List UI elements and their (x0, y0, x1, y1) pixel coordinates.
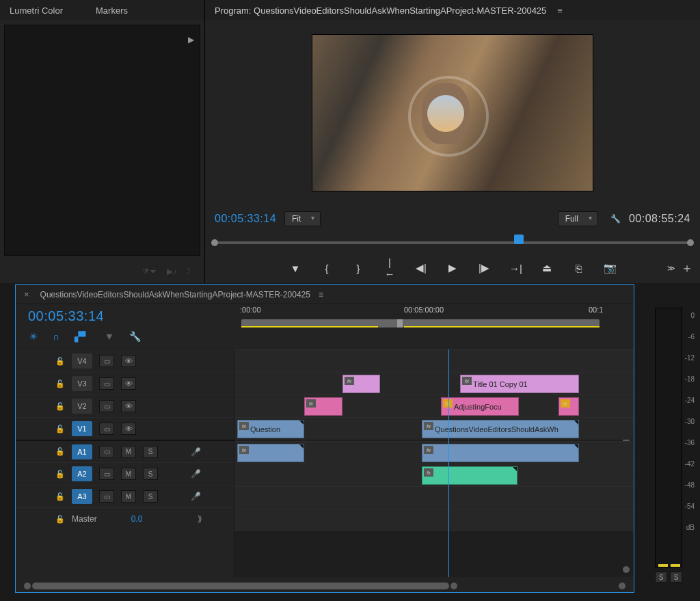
mute-icon[interactable] (121, 446, 136, 458)
mark-in-icon[interactable]: ▼ (289, 263, 301, 274)
bracket-out-icon[interactable]: } (352, 263, 364, 274)
go-to-out-icon[interactable]: →| (509, 263, 522, 274)
clip-a2[interactable]: fx (422, 466, 517, 485)
solo-left-icon[interactable]: S (655, 572, 667, 583)
linked-selection-icon[interactable]: ▞▘ (75, 331, 90, 342)
marker-icon[interactable]: ▼ (105, 331, 114, 342)
voice-record-icon[interactable]: 🎤 (191, 492, 201, 501)
voice-record-icon[interactable]: 🎤 (191, 469, 201, 479)
resolution-dropdown[interactable]: Full (558, 211, 598, 226)
lock-icon[interactable]: 🔓 (55, 470, 65, 479)
more-icon[interactable]: ≫ (667, 264, 675, 273)
sync-lock-icon[interactable] (99, 468, 114, 480)
expand-track-icon[interactable]: ⟫ (198, 514, 202, 524)
settings-icon[interactable]: 🔧 (610, 214, 621, 224)
mute-icon[interactable] (121, 490, 136, 503)
track-header-v3[interactable]: 🔓 V3 (16, 372, 234, 395)
lock-icon[interactable]: 🔓 (55, 402, 65, 411)
track-header-a2[interactable]: 🔓 A2 🎤 (16, 462, 234, 485)
track-header-a1[interactable]: 🔓 A1 🎤 (16, 440, 234, 462)
track-header-a3[interactable]: 🔓 A3 🎤 (16, 485, 234, 507)
close-icon[interactable]: × (24, 289, 29, 299)
clip-v3a[interactable]: fx (342, 375, 380, 393)
track-header-v1[interactable]: 🔓 V1 (16, 417, 234, 440)
zoom-dropdown[interactable]: Fit (284, 211, 321, 226)
track-label[interactable]: A2 (72, 466, 92, 481)
nest-icon[interactable]: ✳ (29, 331, 38, 342)
track-header-v2[interactable]: 🔓 V2 (16, 395, 234, 417)
clip-v1-question[interactable]: fxQuestion (237, 420, 304, 438)
scrub-playhead[interactable] (514, 235, 524, 244)
track-label[interactable]: V1 (72, 421, 92, 436)
panel-menu-icon[interactable]: ≡ (557, 5, 563, 16)
sync-lock-icon[interactable] (99, 423, 114, 435)
lock-icon[interactable]: 🔓 (55, 357, 65, 366)
bracket-in-icon[interactable]: { (321, 263, 333, 274)
meter-bars[interactable] (655, 308, 682, 567)
lock-icon[interactable]: 🔓 (55, 447, 65, 456)
snap-icon[interactable]: ∩ (53, 331, 59, 342)
sync-lock-icon[interactable] (99, 377, 114, 390)
lock-icon[interactable]: 🔓 (55, 379, 65, 388)
clip-v2a[interactable]: fx (304, 397, 342, 416)
toggle-output-icon[interactable] (121, 355, 136, 367)
sync-lock-icon[interactable] (99, 490, 114, 503)
toggle-output-icon[interactable] (121, 423, 136, 435)
tab-lumetri-color[interactable]: Lumetri Color (10, 5, 63, 16)
time-ruler[interactable]: :00:00 00:05:00:00 00:1 (234, 304, 634, 349)
toggle-output-icon[interactable] (121, 377, 136, 390)
clip-v3-title[interactable]: fxTitle 01 Copy 01 (460, 375, 579, 393)
track-header-v4[interactable]: 🔓 V4 (16, 349, 234, 372)
solo-right-icon[interactable]: S (670, 572, 682, 583)
sync-lock-icon[interactable] (99, 355, 114, 367)
solo-icon[interactable] (143, 468, 158, 480)
mute-icon[interactable] (121, 468, 136, 480)
timeline-timecode[interactable]: 00:05:33:14 (16, 304, 234, 327)
clip-a1a[interactable]: fx (237, 444, 304, 462)
voice-record-icon[interactable]: 🎤 (191, 447, 201, 457)
timeline-hscroll[interactable] (16, 580, 634, 592)
master-value[interactable]: 0.0 (131, 514, 143, 524)
track-label[interactable]: V3 (72, 376, 92, 391)
work-area-bar[interactable] (241, 319, 600, 328)
play-icon[interactable]: ▶ (446, 262, 459, 274)
export-frame-icon[interactable]: 📷 (604, 262, 616, 274)
extract-icon[interactable]: ⎘ (572, 263, 584, 274)
track-label[interactable]: A3 (72, 489, 92, 504)
sync-lock-icon[interactable] (99, 400, 114, 412)
lock-icon[interactable]: 🔓 (55, 492, 65, 501)
clip-a1b[interactable]: fx (422, 444, 579, 462)
lift-icon[interactable]: ⏏ (541, 262, 553, 274)
clip-v2b[interactable]: fx (558, 397, 579, 416)
sequence-title[interactable]: QuestionsVideoEditorsShouldAskWhenStarti… (40, 290, 310, 299)
lock-icon[interactable]: 🔓 (55, 425, 65, 433)
vscroll-handle[interactable] (623, 566, 630, 573)
clip-v1-main[interactable]: fxQuestionsVideoEditorsShouldAskWh (422, 420, 579, 438)
track-label[interactable]: V2 (72, 399, 92, 414)
export-icon[interactable]: ⤴ (187, 267, 191, 276)
program-preview[interactable] (312, 34, 593, 191)
new-bin-icon[interactable]: ▶♪ (167, 267, 177, 276)
solo-icon[interactable] (143, 446, 158, 458)
sync-lock-icon[interactable] (99, 446, 114, 458)
tab-markers[interactable]: Markers (96, 5, 128, 16)
track-label[interactable]: A1 (72, 444, 92, 459)
timeline-menu-icon[interactable]: ≡ (319, 290, 323, 299)
clip-v2-adjust[interactable]: fxAdjustingFocu (441, 397, 519, 416)
toggle-output-icon[interactable] (121, 400, 136, 412)
track-label[interactable]: V4 (72, 353, 92, 369)
program-scrubber[interactable] (215, 241, 690, 244)
step-back-icon[interactable]: ◀| (415, 262, 427, 274)
lock-icon[interactable]: 🔓 (55, 515, 65, 524)
solo-icon[interactable] (143, 490, 158, 503)
timeline-settings-icon[interactable]: 🔧 (129, 331, 141, 342)
chevron-right-icon[interactable]: ▶ (188, 35, 194, 44)
playhead[interactable] (448, 349, 449, 577)
add-button-icon[interactable]: ＋ (681, 260, 693, 276)
filter-icon[interactable]: ⧩⏷ (142, 267, 157, 276)
current-timecode[interactable]: 00:05:33:14 (215, 213, 276, 225)
step-forward-icon[interactable]: |▶ (478, 262, 490, 274)
go-to-in-icon[interactable]: |← (383, 256, 396, 280)
track-header-master[interactable]: 🔓 Master 0.0 ⟫ (16, 507, 234, 530)
clip-area[interactable]: fx fxTitle 01 Copy 01 fx fxAdjustingFocu… (234, 349, 634, 577)
